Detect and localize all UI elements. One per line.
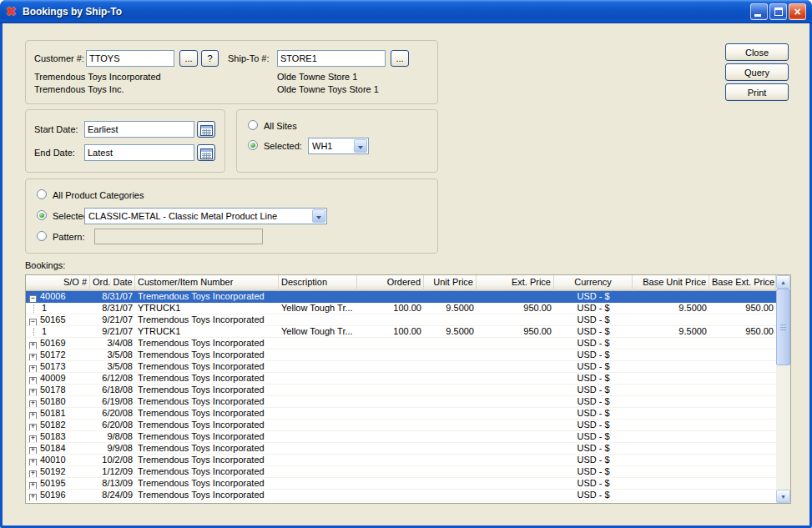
so-number: 1 bbox=[42, 326, 47, 336]
expand-icon[interactable]: + bbox=[29, 377, 37, 385]
column-header[interactable]: Unit Price bbox=[424, 275, 477, 291]
booking-row[interactable]: +501849/9/08Tremendous Toys Incorporated… bbox=[26, 443, 776, 455]
scroll-up-button[interactable]: ▲ bbox=[776, 275, 790, 289]
cell: USD - $ bbox=[554, 338, 633, 349]
cell: Yellow Tough Tr... bbox=[279, 303, 357, 314]
start-date-calendar-button[interactable] bbox=[197, 121, 215, 138]
booking-row[interactable]: +4001010/2/08Tremendous Toys Incorporate… bbox=[26, 455, 776, 466]
cell bbox=[357, 361, 424, 373]
column-header[interactable]: Ext. Price bbox=[477, 275, 554, 291]
expand-icon[interactable]: + bbox=[29, 494, 37, 501]
vertical-scrollbar[interactable]: ▲ ▼ bbox=[776, 275, 790, 503]
shipto-number-label: Ship-To #: bbox=[228, 53, 270, 63]
minimize-button[interactable] bbox=[750, 3, 768, 20]
pattern-radio[interactable] bbox=[37, 231, 47, 241]
cell bbox=[709, 466, 776, 478]
cell bbox=[477, 431, 554, 443]
cell: YTRUCK1 bbox=[135, 326, 279, 338]
all-categories-radio[interactable] bbox=[37, 189, 47, 199]
customer-browse-button[interactable]: ... bbox=[179, 50, 198, 67]
expand-icon[interactable]: + bbox=[29, 400, 37, 408]
expand-icon[interactable]: + bbox=[29, 342, 37, 349]
shipto-browse-button[interactable]: ... bbox=[391, 50, 409, 67]
close-icon: × bbox=[789, 4, 805, 19]
collapse-icon[interactable]: − bbox=[29, 295, 37, 303]
column-header[interactable]: Description bbox=[279, 275, 357, 291]
expand-icon[interactable]: + bbox=[29, 354, 37, 361]
expand-icon[interactable]: + bbox=[29, 435, 37, 443]
booking-row[interactable]: +501733/5/08Tremendous Toys Incorporated… bbox=[26, 361, 776, 373]
customer-number-input[interactable] bbox=[86, 50, 174, 67]
cell: USD - $ bbox=[554, 443, 633, 455]
booking-row[interactable]: −501659/21/07Tremendous Toys Incorporate… bbox=[26, 314, 776, 326]
cell bbox=[279, 420, 357, 431]
close-window-button[interactable]: × bbox=[789, 3, 806, 20]
expand-icon[interactable]: + bbox=[29, 412, 37, 420]
collapse-icon[interactable]: − bbox=[29, 319, 37, 326]
cell bbox=[709, 349, 776, 361]
column-header[interactable]: Ord. Date bbox=[90, 275, 135, 291]
cell bbox=[357, 373, 424, 385]
column-header[interactable]: S/O # bbox=[26, 275, 90, 291]
titlebar[interactable]: ✖ Bookings by Ship-To × bbox=[0, 0, 812, 23]
shipto-number-input[interactable] bbox=[277, 50, 386, 67]
print-button[interactable]: Print bbox=[725, 83, 789, 101]
selected-site-radio[interactable] bbox=[248, 140, 258, 150]
category-dropdown[interactable]: CLASSIC-METAL - Classic Metal Product Li… bbox=[84, 208, 327, 224]
booking-row[interactable]: 19/21/07YTRUCK1Yellow Tough Tr...100.009… bbox=[26, 326, 776, 338]
column-header[interactable]: Customer/Item Number bbox=[135, 275, 279, 291]
booking-row[interactable]: +501826/20/08Tremendous Toys Incorporate… bbox=[26, 420, 776, 431]
scroll-down-button[interactable]: ▼ bbox=[776, 490, 790, 503]
expand-icon[interactable]: + bbox=[29, 459, 37, 466]
start-date-input[interactable] bbox=[84, 121, 194, 138]
cell bbox=[424, 455, 477, 466]
maximize-button[interactable] bbox=[769, 3, 787, 20]
bookings-header: S/O #Ord. DateCustomer/Item NumberDescri… bbox=[26, 275, 776, 291]
chevron-down-icon[interactable] bbox=[354, 139, 367, 153]
booking-row[interactable]: +501958/13/09Tremendous Toys Incorporate… bbox=[26, 478, 776, 490]
booking-row[interactable]: −400068/31/07Tremendous Toys Incorporate… bbox=[26, 291, 776, 303]
cell bbox=[709, 478, 776, 490]
chevron-down-icon[interactable] bbox=[312, 209, 325, 223]
customer-help-button[interactable]: ? bbox=[201, 50, 219, 67]
column-header[interactable]: Base Ext. Price bbox=[709, 275, 776, 291]
booking-row[interactable]: +501723/5/08Tremendous Toys Incorporated… bbox=[26, 349, 776, 361]
cell bbox=[709, 314, 776, 326]
booking-row[interactable]: +501816/20/08Tremendous Toys Incorporate… bbox=[26, 408, 776, 420]
expand-icon[interactable]: + bbox=[29, 389, 37, 396]
column-header[interactable]: Ordered bbox=[357, 275, 424, 291]
all-sites-radio[interactable] bbox=[248, 120, 258, 130]
site-dropdown[interactable]: WH1 bbox=[308, 138, 369, 154]
expand-icon[interactable]: + bbox=[29, 470, 37, 478]
booking-row[interactable]: +501693/4/08Tremendous Toys Incorporated… bbox=[26, 338, 776, 349]
end-date-calendar-button[interactable] bbox=[197, 144, 215, 161]
booking-row[interactable]: +501806/19/08Tremendous Toys Incorporate… bbox=[26, 396, 776, 408]
close-button[interactable]: Close bbox=[725, 43, 789, 61]
booking-row[interactable]: 18/31/07YTRUCK1Yellow Tough Tr...100.009… bbox=[26, 303, 776, 314]
booking-row[interactable]: +501786/18/08Tremendous Toys Incorporate… bbox=[26, 385, 776, 396]
column-header[interactable]: Base Unit Price bbox=[633, 275, 709, 291]
scroll-thumb[interactable] bbox=[776, 289, 790, 365]
booking-row[interactable]: +501968/24/09Tremendous Toys Incorporate… bbox=[26, 490, 776, 501]
cell: 1/12/09 bbox=[90, 466, 135, 478]
expand-icon[interactable]: + bbox=[29, 424, 37, 431]
end-date-input[interactable] bbox=[84, 144, 194, 161]
cell: 9.5000 bbox=[633, 326, 709, 338]
column-header[interactable]: Currency bbox=[554, 275, 633, 291]
scroll-track[interactable] bbox=[776, 289, 790, 490]
cell bbox=[633, 455, 709, 466]
expand-icon[interactable]: + bbox=[29, 365, 37, 373]
booking-row[interactable]: +501921/12/09Tremendous Toys Incorporate… bbox=[26, 466, 776, 478]
so-number: 40006 bbox=[40, 291, 66, 301]
content-area: Customer #: ... ? Ship-To #: ... Tremend… bbox=[3, 23, 809, 525]
selected-category-radio[interactable] bbox=[37, 210, 47, 220]
cell: Tremendous Toys Incorporated bbox=[135, 420, 279, 431]
expand-icon[interactable]: + bbox=[29, 482, 37, 490]
expand-icon[interactable]: + bbox=[29, 447, 37, 455]
pattern-label: Pattern: bbox=[53, 232, 85, 242]
so-number-cell: +40009 bbox=[26, 373, 90, 385]
customer-group: Customer #: ... ? Ship-To #: ... Tremend… bbox=[25, 40, 438, 104]
query-button[interactable]: Query bbox=[725, 63, 789, 81]
booking-row[interactable]: +400096/12/08Tremendous Toys Incorporate… bbox=[26, 373, 776, 385]
booking-row[interactable]: +501839/8/08Tremendous Toys Incorporated… bbox=[26, 431, 776, 443]
